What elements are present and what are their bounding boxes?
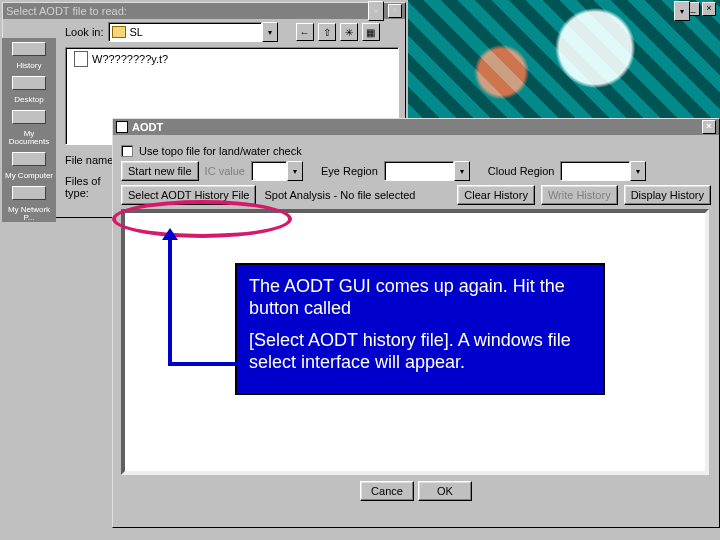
eye-combo[interactable]: ▾ (384, 161, 470, 181)
status-text: Spot Analysis - No file selected (264, 189, 415, 201)
write-history-button[interactable]: Write History (541, 185, 618, 205)
new-folder-icon[interactable]: ✳ (340, 23, 358, 41)
lookin-label: Look in: (65, 26, 104, 38)
instruction-line-1: The AODT GUI comes up again. Hit the but… (249, 275, 591, 319)
ic-label: IC value (205, 165, 245, 177)
lookin-combo[interactable]: SL ▾ (108, 22, 278, 42)
topo-checkbox[interactable] (121, 145, 133, 157)
views-icon[interactable]: ▦ (362, 23, 380, 41)
instruction-line-2: [Select AODT history file]. A windows fi… (249, 329, 591, 373)
aodt-titlebar: AODT × (113, 119, 719, 135)
ok-button[interactable]: OK (418, 481, 472, 501)
mydocs-icon[interactable] (12, 110, 46, 124)
display-history-button[interactable]: Display History (624, 185, 711, 205)
sidebar-label: My Network P... (3, 206, 55, 222)
start-new-file-button[interactable]: Start new file (121, 161, 199, 181)
arrow-line (168, 232, 172, 362)
close-icon[interactable]: × (388, 4, 402, 18)
arrow-line (168, 362, 242, 366)
aodt-dialog: AODT × Use topo file for land/water chec… (112, 118, 720, 528)
chevron-down-icon[interactable]: ▾ (262, 22, 278, 42)
desktop-icon[interactable] (12, 76, 46, 90)
instruction-callout: The AODT GUI comes up again. Hit the but… (235, 263, 605, 395)
main-panel: The AODT GUI comes up again. Hit the but… (121, 209, 709, 475)
sidebar-label: My Computer (3, 172, 55, 180)
file-open-title: Select AODT file to read: (6, 5, 127, 17)
chevron-down-icon[interactable]: ▾ (454, 161, 470, 181)
list-item[interactable]: W????????y.t? (74, 51, 168, 67)
close-top-icon[interactable]: × (702, 2, 716, 16)
chevron-down-icon[interactable]: ▾ (287, 161, 303, 181)
select-history-file-button[interactable]: Select AODT History File (121, 185, 256, 205)
close-icon[interactable]: × (702, 120, 716, 134)
sidebar-label: My Documents (3, 130, 55, 146)
ic-combo[interactable]: ▾ (251, 161, 303, 181)
document-icon (74, 51, 88, 67)
chevron-down-icon[interactable]: ▾ (674, 1, 690, 21)
app-icon (116, 121, 128, 133)
cloud-combo[interactable]: ▾ (560, 161, 646, 181)
sidebar-label: Desktop (3, 96, 55, 104)
clear-history-button[interactable]: Clear History (457, 185, 535, 205)
folder-icon (112, 26, 126, 38)
topo-label: Use topo file for land/water check (139, 145, 302, 157)
chevron-down-icon[interactable]: ▾ (630, 161, 646, 181)
list-item-label: W????????y.t? (92, 53, 168, 65)
sidebar-label: History (3, 62, 55, 70)
network-icon[interactable] (12, 186, 46, 200)
aodt-title: AODT (132, 121, 163, 133)
cloud-label: Cloud Region (488, 165, 555, 177)
arrow-head-icon (162, 228, 178, 240)
up-icon[interactable]: ⇧ (318, 23, 336, 41)
eye-label: Eye Region (321, 165, 378, 177)
cancel-button[interactable]: Cance (360, 481, 414, 501)
chevron-down-icon[interactable]: ▾ (368, 1, 384, 21)
places-bar: History Desktop My Documents My Computer… (2, 38, 56, 222)
back-icon[interactable]: ← (296, 23, 314, 41)
lookin-value: SL (130, 26, 143, 38)
mycomputer-icon[interactable] (12, 152, 46, 166)
file-open-titlebar: Select AODT file to read: ▾ × (3, 3, 405, 19)
history-icon[interactable] (12, 42, 46, 56)
